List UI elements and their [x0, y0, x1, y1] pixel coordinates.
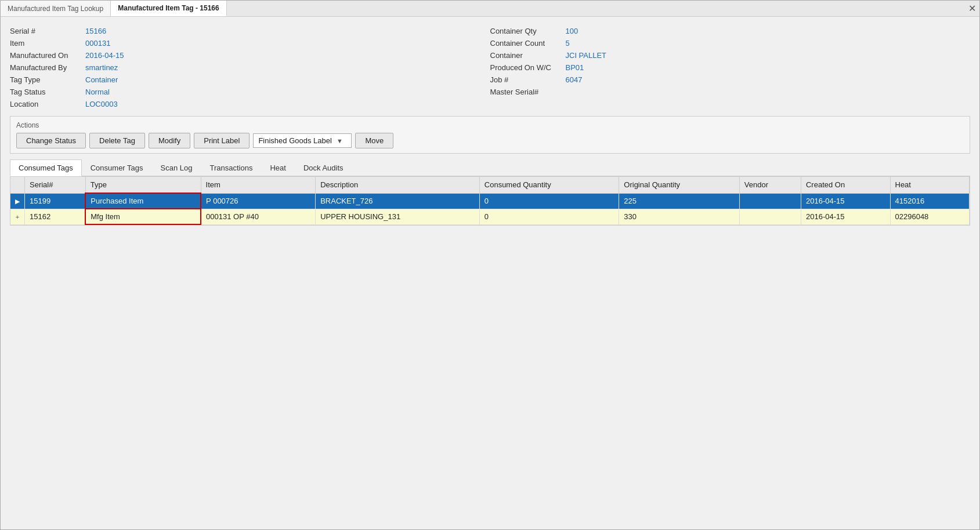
- consumed-tags-table: Serial# Type Item Description Consumed Q…: [10, 176, 970, 226]
- label-dropdown[interactable]: Finished Goods Label ▼: [253, 133, 352, 148]
- label-manufactured-on: Manufactured On: [10, 51, 85, 60]
- cell-vendor: [739, 209, 801, 224]
- col-vendor: Vendor: [739, 177, 801, 193]
- col-description: Description: [316, 177, 480, 193]
- col-heat: Heat: [890, 177, 970, 193]
- value-container-qty[interactable]: 100: [566, 27, 578, 35]
- label-produced-on: Produced On W/C: [490, 63, 566, 72]
- label-container: Container: [490, 51, 566, 60]
- value-job[interactable]: 6047: [566, 75, 583, 84]
- cell-original-qty: 330: [619, 209, 740, 224]
- value-serial[interactable]: 15166: [85, 27, 106, 35]
- cell-created-on: 2016-04-15: [801, 193, 890, 209]
- value-produced-on[interactable]: BP01: [566, 63, 584, 72]
- col-type: Type: [85, 177, 201, 193]
- cell-item: P 000726: [201, 193, 316, 209]
- value-manufactured-by[interactable]: smartinez: [85, 63, 118, 72]
- value-container-count[interactable]: 5: [566, 39, 570, 48]
- cell-consumed-qty: 0: [479, 209, 619, 224]
- label-tag-status: Tag Status: [10, 88, 85, 96]
- cell-original-qty: 225: [619, 193, 740, 209]
- table-header-row: Serial# Type Item Description Consumed Q…: [10, 177, 970, 193]
- expand-arrow-icon: ▶: [15, 198, 20, 205]
- value-tag-status[interactable]: Normal: [85, 88, 110, 96]
- field-job: Job # 6047: [490, 74, 971, 86]
- move-button[interactable]: Move: [355, 133, 393, 148]
- field-tag-status: Tag Status Normal: [10, 86, 490, 98]
- field-manufactured-by: Manufactured By smartinez: [10, 61, 490, 74]
- tab-heat[interactable]: Heat: [261, 159, 294, 176]
- tab-tag[interactable]: Manufactured Item Tag - 15166: [111, 1, 227, 16]
- cell-created-on: 2016-04-15: [801, 209, 890, 224]
- tab-consumer-tags[interactable]: Consumer Tags: [82, 159, 152, 176]
- change-status-button[interactable]: Change Status: [16, 133, 86, 148]
- cell-type: Mfg Item: [85, 209, 201, 224]
- col-created-on: Created On: [801, 177, 890, 193]
- delete-tag-button[interactable]: Delete Tag: [89, 133, 145, 148]
- fields-section: Serial # 15166 Item 000131 Manufactured …: [10, 25, 970, 110]
- label-manufactured-by: Manufactured By: [10, 63, 85, 72]
- dropdown-value: Finished Goods Label: [258, 136, 331, 145]
- field-container-count: Container Count 5: [490, 37, 971, 49]
- cell-heat: 4152016: [890, 193, 970, 209]
- label-container-count: Container Count: [490, 39, 566, 48]
- value-item[interactable]: 000131: [85, 39, 110, 48]
- table-row[interactable]: + 15162 Mfg Item 000131 OP #40 UPPER HOU…: [10, 209, 970, 224]
- fields-right: Container Qty 100 Container Count 5 Cont…: [490, 25, 971, 110]
- field-container-qty: Container Qty 100: [490, 25, 971, 37]
- cell-description: BRACKET_726: [316, 193, 480, 209]
- chevron-down-icon: ▼: [337, 137, 343, 144]
- cell-serial: 15199: [25, 193, 86, 209]
- content-tabs-bar: Consumed Tags Consumer Tags Scan Log Tra…: [10, 159, 970, 176]
- field-container: Container JCI PALLET: [490, 49, 971, 61]
- cell-serial: 15162: [25, 209, 86, 224]
- cell-heat: 02296048: [890, 209, 970, 224]
- label-job: Job #: [490, 75, 566, 84]
- label-tag-type: Tag Type: [10, 75, 85, 84]
- cell-item: 000131 OP #40: [201, 209, 316, 224]
- col-original-qty: Original Quantity: [619, 177, 740, 193]
- field-produced-on: Produced On W/C BP01: [490, 61, 971, 74]
- tab-consumed-tags[interactable]: Consumed Tags: [10, 159, 82, 176]
- print-label-button[interactable]: Print Label: [194, 133, 249, 148]
- cell-type: Purchased Item: [85, 193, 201, 209]
- fields-left: Serial # 15166 Item 000131 Manufactured …: [10, 25, 490, 110]
- table-row[interactable]: ▶ 15199 Purchased Item P 000726 BRACKET_…: [10, 193, 970, 209]
- label-serial: Serial #: [10, 27, 85, 35]
- close-button[interactable]: ✕: [968, 3, 976, 14]
- value-location[interactable]: LOC0003: [85, 100, 118, 108]
- modify-button[interactable]: Modify: [149, 133, 190, 148]
- row-expand[interactable]: ▶: [10, 193, 25, 209]
- field-location: Location LOC0003: [10, 98, 490, 110]
- cell-description: UPPER HOUSING_131: [316, 209, 480, 224]
- main-content: Serial # 15166 Item 000131 Manufactured …: [1, 17, 979, 234]
- field-tag-type: Tag Type Container: [10, 74, 490, 86]
- field-item: Item 000131: [10, 37, 490, 49]
- title-bar: Manufactured Item Tag Lookup Manufacture…: [1, 1, 979, 17]
- tab-lookup[interactable]: Manufactured Item Tag Lookup: [1, 1, 111, 16]
- col-expand: [10, 177, 25, 193]
- actions-buttons: Change Status Delete Tag Modify Print La…: [16, 133, 964, 148]
- label-master-serial: Master Serial#: [490, 88, 566, 96]
- main-window: Manufactured Item Tag Lookup Manufacture…: [0, 0, 980, 530]
- row-expand[interactable]: +: [10, 209, 25, 224]
- col-item: Item: [201, 177, 316, 193]
- value-tag-type[interactable]: Container: [85, 75, 118, 84]
- field-master-serial: Master Serial#: [490, 86, 971, 98]
- tab-transactions[interactable]: Transactions: [201, 159, 261, 176]
- expand-plus-icon: +: [16, 213, 19, 220]
- tab-dock-audits[interactable]: Dock Audits: [295, 159, 352, 176]
- field-manufactured-on: Manufactured On 2016-04-15: [10, 49, 490, 61]
- value-container[interactable]: JCI PALLET: [566, 51, 607, 60]
- field-serial: Serial # 15166: [10, 25, 490, 37]
- cell-vendor: [739, 193, 801, 209]
- label-item: Item: [10, 39, 85, 48]
- label-container-qty: Container Qty: [490, 27, 566, 35]
- col-consumed-qty: Consumed Quantity: [479, 177, 619, 193]
- actions-section: Actions Change Status Delete Tag Modify …: [10, 116, 970, 154]
- value-manufactured-on[interactable]: 2016-04-15: [85, 51, 124, 60]
- tab-scan-log[interactable]: Scan Log: [152, 159, 201, 176]
- cell-consumed-qty: 0: [479, 193, 619, 209]
- label-location: Location: [10, 100, 85, 108]
- col-serial: Serial#: [25, 177, 86, 193]
